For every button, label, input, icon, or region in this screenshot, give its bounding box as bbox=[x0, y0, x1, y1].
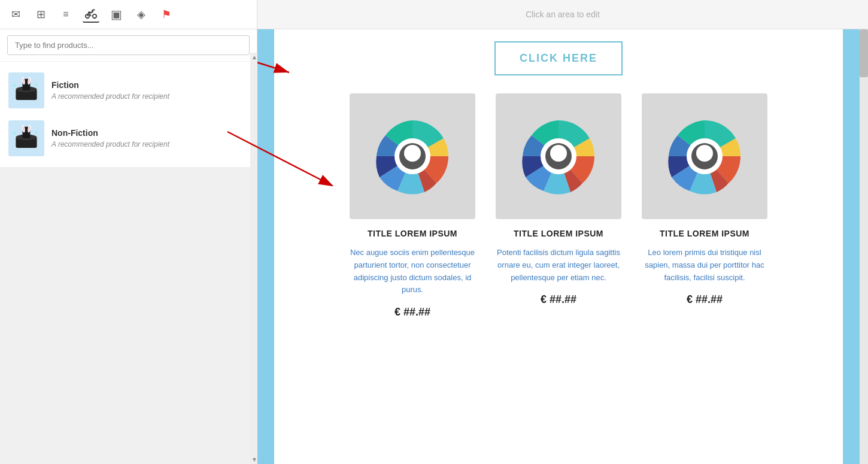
svg-text:✦: ✦ bbox=[13, 131, 16, 135]
svg-text:✦: ✦ bbox=[35, 82, 38, 86]
product-list: ✦ ✦ Fiction A recommended product for re… bbox=[0, 62, 257, 167]
svg-point-24 bbox=[404, 145, 421, 162]
mail-icon[interactable]: ✉ bbox=[7, 6, 24, 23]
label-icon[interactable]: ◈ bbox=[133, 6, 150, 23]
product-card: TITLE LOREM IPSUM Potenti facilisis dict… bbox=[493, 93, 624, 319]
right-scrollbar[interactable] bbox=[860, 29, 868, 464]
edit-bar-text: Click an area to edit bbox=[526, 10, 600, 19]
sidebar-scrollbar[interactable]: ▲ ▼ bbox=[250, 53, 257, 464]
bike-icon[interactable] bbox=[83, 6, 99, 23]
scrollbar-thumb[interactable] bbox=[860, 29, 868, 77]
main-area: Click an area to edit CLICK HERE bbox=[257, 0, 868, 464]
card-title: TITLE LOREM IPSUM bbox=[660, 229, 749, 238]
svg-text:✦: ✦ bbox=[13, 83, 16, 87]
card-title: TITLE LOREM IPSUM bbox=[514, 229, 603, 238]
product-thumbnail: ✦ ✦ bbox=[8, 72, 44, 108]
card-image bbox=[496, 93, 621, 219]
grid-icon[interactable]: ⊞ bbox=[32, 6, 49, 23]
card-price: € ##.## bbox=[687, 293, 723, 306]
list-icon[interactable]: ≡ bbox=[57, 6, 74, 23]
card-description: Nec augue sociis enim pellentesque partu… bbox=[347, 247, 478, 296]
sidebar: ✉ ⊞ ≡ ▣ ◈ ⚑ bbox=[0, 0, 257, 464]
card-price: € ##.## bbox=[394, 306, 430, 319]
product-desc: A recommended product for recipient bbox=[51, 92, 169, 101]
list-item[interactable]: ✦ ✦ Fiction A recommended product for re… bbox=[0, 66, 257, 114]
left-accent-bar bbox=[257, 29, 274, 464]
content-column: CLICK HERE bbox=[274, 29, 843, 464]
image-icon[interactable]: ▣ bbox=[108, 6, 125, 23]
card-image bbox=[642, 93, 767, 219]
product-name: Fiction bbox=[51, 80, 169, 90]
product-desc: A recommended product for recipient bbox=[51, 140, 169, 148]
search-wrap bbox=[0, 29, 257, 62]
product-card: TITLE LOREM IPSUM Nec augue sociis enim … bbox=[347, 93, 478, 319]
edit-bar: Click an area to edit bbox=[257, 0, 868, 29]
card-image bbox=[350, 93, 475, 219]
list-item[interactable]: ✦ ✦ Non-Fiction A recommended product fo… bbox=[0, 114, 257, 162]
click-here-button[interactable]: CLICK HERE bbox=[494, 41, 623, 75]
svg-point-27 bbox=[550, 145, 567, 162]
products-grid: TITLE LOREM IPSUM Nec augue sociis enim … bbox=[347, 93, 770, 319]
card-title: TITLE LOREM IPSUM bbox=[368, 229, 457, 238]
alert-icon[interactable]: ⚑ bbox=[158, 6, 175, 23]
right-accent-bar bbox=[843, 29, 860, 464]
card-description: Leo lorem primis dui tristique nisl sapi… bbox=[639, 247, 770, 284]
card-description: Potenti facilisis dictum ligula sagittis… bbox=[493, 247, 624, 284]
canvas-area: CLICK HERE bbox=[257, 29, 868, 464]
toolbar: ✉ ⊞ ≡ ▣ ◈ ⚑ bbox=[0, 0, 257, 29]
product-name: Non-Fiction bbox=[51, 128, 169, 138]
product-thumbnail: ✦ ✦ bbox=[8, 120, 44, 156]
svg-point-30 bbox=[696, 145, 713, 162]
card-price: € ##.## bbox=[541, 293, 576, 306]
product-info: Fiction A recommended product for recipi… bbox=[51, 80, 169, 101]
svg-text:✦: ✦ bbox=[35, 130, 38, 134]
product-info: Non-Fiction A recommended product for re… bbox=[51, 128, 169, 148]
svg-point-1 bbox=[93, 14, 96, 18]
search-input[interactable] bbox=[7, 35, 250, 55]
product-card: TITLE LOREM IPSUM Leo lorem primis dui t… bbox=[639, 93, 770, 319]
